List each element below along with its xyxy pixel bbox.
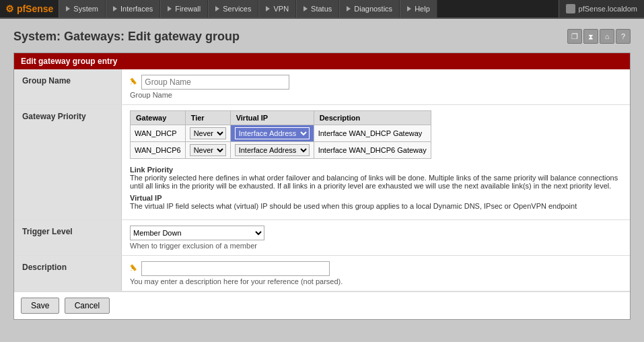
nav-label: Services [223, 5, 251, 13]
gateway-table-body: WAN_DHCPNeverTier 1Tier 2Tier 3Tier 4Tie… [131, 125, 431, 159]
description-hint: You may enter a description here for you… [130, 277, 622, 285]
panel-header: Edit gateway group entry [14, 53, 630, 69]
description-cell: Interface WAN_DHCP6 Gateway [314, 142, 431, 159]
group-name-hint: Group Name [130, 91, 622, 99]
tier-cell: NeverTier 1Tier 2Tier 3Tier 4Tier 5 [185, 142, 230, 159]
svg-marker-3 [131, 270, 132, 271]
page-content: System: Gateways: Edit gateway group ❐ ⧗… [0, 19, 644, 342]
virtual-ip-cell: Interface AddressSystem DefaultOther [230, 142, 314, 159]
trigger-level-hint: When to trigger exclusion of a member [130, 242, 622, 250]
gateway-name-cell: WAN_DHCP [131, 125, 186, 142]
col-virtual-ip: Virtual IP [230, 111, 314, 125]
save-button[interactable]: Save [21, 298, 59, 314]
gateway-priority-label: Gateway Priority [14, 105, 122, 219]
nav-arrow-icon [113, 6, 117, 11]
nav-label: VPN [273, 5, 289, 13]
nav-item-vpn[interactable]: VPN [258, 0, 296, 18]
logo: ⚙ pfSense [0, 0, 59, 18]
nav-label: Help [415, 5, 430, 13]
virtual-ip-cell: Interface AddressSystem DefaultOther [230, 125, 314, 142]
link-priority-title: Link Priority [130, 166, 622, 174]
button-row: Save Cancel [14, 292, 630, 319]
gateway-priority-field: Gateway Tier Virtual IP Description WAN_… [122, 105, 630, 219]
cancel-button[interactable]: Cancel [65, 298, 110, 314]
home-icon-btn[interactable]: ⌂ [600, 29, 614, 44]
link-priority-text: The priority selected here defines in wh… [130, 174, 622, 190]
help-icon-btn[interactable]: ? [616, 29, 631, 44]
svg-marker-0 [131, 83, 132, 84]
gateway-row-1: WAN_DHCP6NeverTier 1Tier 2Tier 3Tier 4Ti… [131, 142, 431, 159]
nav-item-system[interactable]: System [59, 0, 106, 18]
page-action-icons: ❐ ⧗ ⌂ ? [567, 29, 631, 44]
gateway-table-header-row: Gateway Tier Virtual IP Description [131, 111, 431, 125]
gateway-name-cell: WAN_DHCP6 [131, 142, 186, 159]
nav-item-help[interactable]: Help [400, 0, 437, 18]
logo-icon: ⚙ [5, 3, 14, 14]
trigger-level-row: Trigger Level Member DownPacket LossHigh… [14, 220, 630, 256]
pencil-icon [130, 75, 139, 85]
group-name-input[interactable] [141, 75, 289, 90]
hostname-label: pfSense.localdom [579, 5, 637, 13]
nav-item-interfaces[interactable]: Interfaces [106, 0, 160, 18]
nav-item-firewall[interactable]: Firewall [160, 0, 208, 18]
nav-label: Diagnostics [354, 5, 392, 13]
nav-item-services[interactable]: Services [208, 0, 258, 18]
hostname-badge: pfSense.localdom [559, 0, 644, 18]
col-description: Description [314, 111, 431, 125]
description-input[interactable] [141, 261, 330, 276]
history-icon-btn[interactable]: ⧗ [583, 29, 598, 44]
hostname-icon [566, 4, 575, 13]
description-pencil-icon [130, 262, 139, 271]
page-title: System: Gateways: Edit gateway group [13, 30, 240, 44]
gateway-row-0: WAN_DHCPNeverTier 1Tier 2Tier 3Tier 4Tie… [131, 125, 431, 142]
nav-arrow-icon [266, 6, 270, 11]
group-name-field: Group Name [122, 69, 630, 104]
trigger-level-select[interactable]: Member DownPacket LossHigh LatencyPacket… [130, 226, 264, 240]
trigger-level-label: Trigger Level [14, 220, 122, 255]
description-field: You may enter a description here for you… [122, 256, 630, 291]
gateway-table: Gateway Tier Virtual IP Description WAN_… [130, 110, 431, 159]
description-row: Description You may enter a description … [14, 256, 630, 292]
description-cell: Interface WAN_DHCP Gateway [314, 125, 431, 142]
nav-label: System [73, 5, 98, 13]
group-name-label: Group Name [14, 69, 122, 104]
virtual-ip-info-title: Virtual IP [130, 194, 622, 202]
nav-menu: SystemInterfacesFirewallServicesVPNStatu… [59, 0, 437, 18]
virtual-ip-info: Virtual IP The virtual IP field selects … [130, 194, 622, 210]
description-label: Description [14, 256, 122, 291]
tier-select-0[interactable]: NeverTier 1Tier 2Tier 3Tier 4Tier 5 [190, 127, 226, 139]
nav-label: Interfaces [120, 5, 153, 13]
nav-arrow-icon [303, 6, 308, 11]
nav-item-diagnostics[interactable]: Diagnostics [339, 0, 400, 18]
virtual-ip-select-1[interactable]: Interface AddressSystem DefaultOther [235, 144, 310, 156]
col-gateway: Gateway [131, 111, 186, 125]
nav-arrow-icon [215, 6, 219, 11]
group-name-row: Group Name Group Name [14, 69, 630, 105]
tier-select-1[interactable]: NeverTier 1Tier 2Tier 3Tier 4Tier 5 [190, 144, 226, 156]
copy-icon-btn[interactable]: ❐ [567, 29, 582, 44]
nav-item-status[interactable]: Status [296, 0, 339, 18]
nav-arrow-icon [168, 6, 172, 11]
gateway-priority-row: Gateway Priority Gateway Tier Virtual IP… [14, 105, 630, 220]
nav-arrow-icon [407, 6, 411, 11]
virtual-ip-info-text: The virtual IP field selects what (virtu… [130, 202, 622, 210]
col-tier: Tier [185, 111, 230, 125]
page-header: System: Gateways: Edit gateway group ❐ ⧗… [13, 26, 631, 47]
link-priority-info: Link Priority The priority selected here… [130, 166, 622, 190]
nav-label: Status [311, 5, 332, 13]
nav-label: Firewall [175, 5, 201, 13]
nav-arrow-icon [347, 6, 351, 11]
logo-text: pfSense [17, 3, 53, 14]
nav-arrow-icon [66, 6, 70, 11]
tier-cell: NeverTier 1Tier 2Tier 3Tier 4Tier 5 [185, 125, 230, 142]
top-navigation: ⚙ pfSense SystemInterfacesFirewallServic… [0, 0, 644, 19]
virtual-ip-select-0[interactable]: Interface AddressSystem DefaultOther [235, 127, 310, 139]
form-panel: Edit gateway group entry Group Name Grou… [13, 53, 631, 320]
trigger-level-field: Member DownPacket LossHigh LatencyPacket… [122, 220, 630, 255]
